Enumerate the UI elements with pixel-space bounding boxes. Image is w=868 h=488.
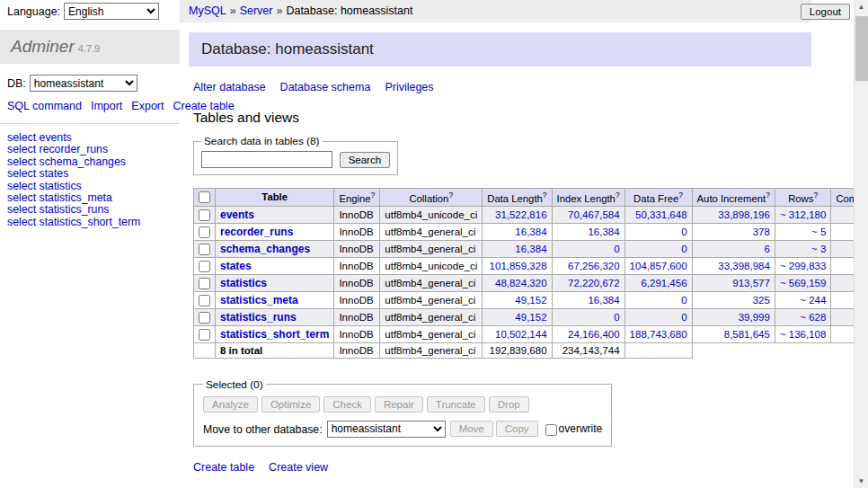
states-data-length-link[interactable]: 101,859,328	[490, 261, 547, 271]
copy-button[interactable]: Copy	[496, 421, 538, 437]
search-button[interactable]: Search	[340, 152, 390, 168]
schema_changes-rows-link[interactable]: ~ 3	[811, 244, 826, 254]
link-create-table[interactable]: Create table	[193, 461, 254, 474]
table-link-events[interactable]: events	[220, 209, 254, 221]
repair-button[interactable]: Repair	[375, 396, 423, 413]
events-data-length-link[interactable]: 31,522,816	[495, 209, 547, 220]
statistics-data-free-link[interactable]: 6,291,456	[641, 278, 686, 288]
help-link[interactable]: ?	[543, 191, 547, 200]
statistics_meta-rows-link[interactable]: ~ 244	[800, 295, 826, 306]
sidebar-select-statistics[interactable]: select statistics	[7, 181, 173, 192]
db-select[interactable]: homeassistant	[30, 75, 137, 92]
statistics-rows-link[interactable]: ~ 569,159	[780, 278, 826, 288]
sidebar-action-sql-command[interactable]: SQL command	[7, 100, 82, 112]
table-link-statistics_short_term[interactable]: statistics_short_term	[220, 328, 329, 341]
statistics_short_term-data-length-link[interactable]: 10,502,144	[495, 329, 547, 340]
statistics-auto-increment-link[interactable]: 913,577	[732, 278, 770, 288]
table-link-statistics[interactable]: statistics	[220, 277, 267, 289]
statistics_short_term-index-length-link[interactable]: 24,166,400	[568, 329, 620, 340]
recorder_runs-data-length-link[interactable]: 16,384	[515, 226, 546, 237]
overwrite-checkbox[interactable]	[545, 424, 557, 436]
sidebar-select-recorder-runs[interactable]: select recorder_runs	[7, 144, 173, 155]
sidebar-select-states[interactable]: select states	[7, 168, 173, 180]
nav-database-schema[interactable]: Database schema	[280, 81, 371, 93]
checkbox-schema_changes[interactable]	[199, 244, 210, 255]
states-rows-link[interactable]: ~ 299,833	[780, 261, 826, 271]
checkbox-recorder_runs[interactable]	[199, 226, 210, 238]
select-all-checkbox[interactable]	[199, 191, 210, 203]
statistics-data-length-link[interactable]: 48,824,320	[495, 278, 547, 288]
breadcrumb-link-server[interactable]: Server	[240, 4, 273, 17]
table-link-schema_changes[interactable]: schema_changes	[220, 243, 310, 255]
checkbox-states[interactable]	[199, 261, 210, 272]
check-button[interactable]: Check	[323, 396, 371, 413]
statistics_short_term-rows-link[interactable]: ~ 136,108	[780, 329, 826, 340]
nav-alter-database[interactable]: Alter database	[193, 81, 266, 93]
checkbox-statistics_short_term[interactable]	[199, 329, 210, 341]
recorder_runs-index-length-link[interactable]: 16,384	[588, 226, 619, 237]
sidebar-select-statistics-meta[interactable]: select statistics_meta	[7, 192, 173, 204]
language-select[interactable]: English	[64, 3, 159, 20]
statistics_meta-index-length-link[interactable]: 16,384	[588, 295, 619, 306]
recorder_runs-auto-increment-link[interactable]: 378	[753, 226, 770, 237]
nav-privileges[interactable]: Privileges	[385, 81, 433, 93]
sidebar-select-statistics-short-term[interactable]: select statistics_short_term	[7, 217, 173, 228]
statistics_runs-auto-increment-link[interactable]: 39,999	[739, 312, 770, 323]
sidebar-action-export[interactable]: Export	[131, 100, 164, 112]
drop-button[interactable]: Drop	[489, 396, 529, 413]
states-data-free-link[interactable]: 104,857,600	[630, 261, 687, 271]
breadcrumb-link-mysql[interactable]: MySQL	[189, 4, 226, 17]
statistics_runs-index-length-link[interactable]: 0	[614, 312, 619, 323]
help-link[interactable]: ?	[448, 191, 453, 200]
states-auto-increment-link[interactable]: 33,398,984	[718, 261, 770, 271]
checkbox-statistics_meta[interactable]	[199, 295, 210, 306]
states-index-length-link[interactable]: 67,256,320	[568, 261, 620, 271]
help-link[interactable]: ?	[766, 191, 770, 200]
optimize-button[interactable]: Optimize	[261, 396, 320, 413]
events-data-free-link[interactable]: 50,331,648	[635, 209, 687, 220]
statistics_meta-auto-increment-link[interactable]: 325	[753, 295, 770, 306]
scroll-down-arrow[interactable]: ▼	[855, 475, 868, 488]
move-db-select[interactable]: homeassistant	[327, 421, 446, 438]
search-input[interactable]	[201, 151, 332, 168]
checkbox-statistics_runs[interactable]	[199, 312, 210, 324]
schema_changes-data-length-link[interactable]: 16,384	[515, 244, 546, 254]
schema_changes-index-length-link[interactable]: 0	[614, 244, 619, 254]
analyze-button[interactable]: Analyze	[203, 396, 258, 413]
table-link-statistics_meta[interactable]: statistics_meta	[220, 294, 298, 306]
sidebar-select-schema-changes[interactable]: select schema_changes	[7, 156, 173, 168]
checkbox-statistics[interactable]	[199, 278, 210, 289]
statistics_runs-data-length-link[interactable]: 49,152	[515, 312, 546, 323]
recorder_runs-rows-link[interactable]: ~ 5	[811, 226, 826, 237]
statistics_meta-data-free-link[interactable]: 0	[681, 295, 686, 306]
sidebar-select-events[interactable]: select events	[7, 132, 173, 144]
table-link-recorder_runs[interactable]: recorder_runs	[220, 226, 293, 238]
move-button[interactable]: Move	[450, 421, 493, 437]
events-auto-increment-link[interactable]: 33,898,196	[718, 209, 770, 220]
vertical-scrollbar[interactable]: ▲ ▼	[854, 0, 868, 488]
statistics_runs-data-free-link[interactable]: 0	[681, 312, 686, 323]
statistics_meta-data-length-link[interactable]: 49,152	[515, 295, 546, 306]
scroll-up-arrow[interactable]: ▲	[855, 0, 868, 13]
table-link-states[interactable]: states	[220, 260, 252, 272]
sidebar-action-import[interactable]: Import	[91, 100, 122, 112]
truncate-button[interactable]: Truncate	[427, 396, 485, 413]
help-link[interactable]: ?	[813, 191, 818, 200]
statistics-index-length-link[interactable]: 72,220,672	[568, 278, 620, 288]
events-index-length-link[interactable]: 70,467,584	[568, 209, 620, 220]
schema_changes-auto-increment-link[interactable]: 6	[765, 244, 770, 254]
schema_changes-data-free-link[interactable]: 0	[681, 244, 686, 254]
events-rows-link[interactable]: ~ 312,180	[780, 209, 826, 220]
sidebar-select-statistics-runs[interactable]: select statistics_runs	[7, 204, 173, 216]
statistics_short_term-auto-increment-link[interactable]: 8,581,645	[724, 329, 770, 340]
help-link[interactable]: ?	[616, 191, 620, 200]
table-link-statistics_runs[interactable]: statistics_runs	[220, 311, 297, 324]
checkbox-events[interactable]	[199, 209, 210, 221]
recorder_runs-data-free-link[interactable]: 0	[681, 226, 686, 237]
scrollbar-thumb[interactable]	[855, 16, 868, 81]
help-link[interactable]: ?	[371, 191, 376, 200]
logout-button[interactable]: Logout	[801, 4, 850, 20]
help-link[interactable]: ?	[678, 191, 683, 200]
statistics_short_term-data-free-link[interactable]: 188,743,680	[630, 329, 687, 340]
link-create-view[interactable]: Create view	[269, 461, 328, 474]
